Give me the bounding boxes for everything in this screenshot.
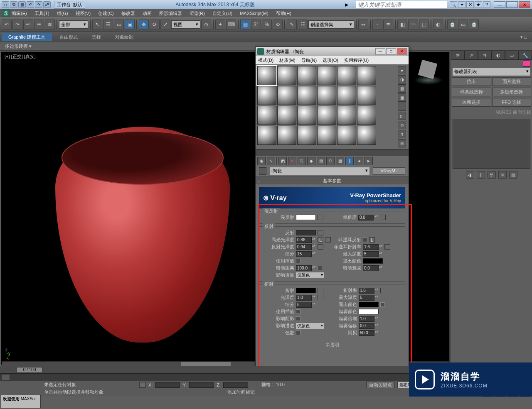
percent-snap-icon[interactable]: %	[262, 20, 272, 29]
edit-named-sel-icon[interactable]: ✎	[287, 20, 297, 29]
selection-lock-icon[interactable]	[139, 382, 146, 388]
fogbias-spinner[interactable]: 0.0	[359, 323, 374, 329]
menu-animation[interactable]: 动画	[143, 10, 152, 17]
refr-glossy-spinner[interactable]: 1.0	[296, 295, 312, 301]
sample-hscrollbar[interactable]	[256, 149, 409, 156]
put-to-scene-icon[interactable]: ↘	[267, 157, 275, 165]
sample-slot[interactable]	[297, 66, 316, 85]
modifier-button-4[interactable]: 体积选择	[452, 98, 491, 107]
mateditor-close-button[interactable]: ✕	[397, 48, 407, 55]
pivot-icon[interactable]: ⊙	[201, 20, 211, 29]
tab-selection[interactable]: 选择	[85, 33, 108, 41]
undo-icon[interactable]: ↶	[2, 20, 12, 29]
sample-slot[interactable]	[357, 126, 376, 145]
sample-slot[interactable]	[277, 66, 296, 85]
menu-create[interactable]: 创建(C)	[98, 10, 113, 17]
sample-slot[interactable]	[317, 106, 336, 125]
autokey-button[interactable]: 自动关键点	[366, 382, 395, 388]
close-button[interactable]: ✕	[519, 1, 530, 8]
sample-slot[interactable]	[337, 106, 356, 125]
mateditor-minimize-button[interactable]: —	[375, 48, 385, 55]
tab-hierarchy-icon[interactable]: ♃	[478, 51, 492, 60]
fogmult-spinner[interactable]: 1.0	[359, 316, 374, 322]
roughness-spinner[interactable]: 0.0	[358, 215, 374, 220]
sample-slot[interactable]	[337, 126, 356, 145]
roughness-map-button[interactable]	[380, 215, 386, 220]
make-unique-icon[interactable]: ◆	[307, 157, 315, 165]
pin-stack-icon[interactable]: -▮	[466, 171, 474, 179]
sample-slot[interactable]	[297, 106, 316, 125]
refr-affect-combo[interactable]: 仅颜色	[296, 323, 324, 329]
angle-snap-icon[interactable]: 3°	[251, 20, 261, 29]
hglossy-map-button[interactable]	[325, 237, 331, 242]
pick-material-icon[interactable]	[259, 167, 266, 175]
me-menu-options[interactable]: 选项(O)	[323, 57, 338, 64]
infocenter-arrow-icon[interactable]: ▶	[345, 2, 354, 7]
video-color-icon[interactable]	[398, 103, 406, 111]
graphite-icon[interactable]: ◧	[397, 20, 407, 29]
modifier-button-2[interactable]: 样条线选择	[452, 88, 491, 96]
me-menu-navigate[interactable]: 导航(N)	[301, 57, 317, 64]
modifier-button-1[interactable]: 面片选择	[492, 77, 532, 86]
app-menu-icon[interactable]: Ⓢ	[2, 10, 10, 17]
sample-slot[interactable]	[337, 86, 356, 105]
fogcolor-swatch[interactable]	[359, 309, 379, 314]
add-time-tag[interactable]: 添加时间标记	[227, 389, 255, 395]
dimdist-spinner[interactable]: 100.0	[296, 265, 312, 271]
menu-maxscript[interactable]: MAXScript(M)	[240, 11, 268, 16]
diffuse-color-swatch[interactable]	[296, 215, 316, 220]
dimdist-checkbox[interactable]	[318, 266, 322, 270]
link-icon[interactable]: ⚯	[23, 20, 33, 29]
minimize-button[interactable]: —	[494, 1, 505, 8]
tab-display-icon[interactable]: ▭	[505, 51, 519, 60]
rglossy-spinner[interactable]: 0.94	[296, 244, 312, 250]
options-icon[interactable]: ⚙	[398, 121, 406, 129]
menu-customize[interactable]: 自定义(U)	[212, 10, 232, 17]
modifier-button-5[interactable]: FFD 选择	[492, 98, 532, 107]
menu-group[interactable]: 组(G)	[57, 10, 68, 17]
sample-slot[interactable]	[357, 66, 376, 85]
workspace-selector[interactable]: 工作台: 默认	[54, 1, 85, 9]
refract-map-button[interactable]	[318, 288, 323, 293]
keyboard-shortcut-icon[interactable]: ⌨	[226, 20, 236, 29]
modifier-stack[interactable]	[453, 119, 530, 169]
sample-slot[interactable]	[257, 106, 276, 125]
qat-save-icon[interactable]: ▤	[18, 1, 26, 8]
qat-link-icon[interactable]: ☍	[43, 1, 51, 8]
material-name-combo[interactable]: t陶瓷	[270, 167, 369, 175]
coord-z-input[interactable]	[223, 382, 248, 388]
selection-filter-combo[interactable]: 全部	[59, 20, 88, 29]
reflect-color-swatch[interactable]	[296, 230, 316, 235]
fresnel-checkbox[interactable]	[363, 238, 367, 242]
redo-icon[interactable]: ↷	[12, 20, 22, 29]
qat-open-icon[interactable]: ⧉	[10, 1, 17, 8]
coord-x-input[interactable]	[155, 382, 180, 388]
favorite-icon[interactable]: ★	[475, 1, 482, 8]
show-end-result-icon[interactable]: ‖	[345, 157, 354, 165]
rendered-frame-icon[interactable]: ▭	[458, 20, 468, 29]
modifier-button-0[interactable]: 抗出	[452, 77, 491, 86]
help-icon[interactable]: ?	[483, 1, 490, 8]
ior-spinner[interactable]: 1.6	[359, 288, 374, 294]
sample-slot[interactable]	[317, 126, 336, 145]
maxscript-listener[interactable]: 欢迎使用 MAXScr	[1, 395, 41, 408]
named-sel-icon[interactable]: ☷	[298, 20, 308, 29]
menu-grapheditors[interactable]: 图形编辑器	[159, 10, 182, 17]
refr-glossy-map-button[interactable]	[318, 295, 323, 300]
fresnel-ior-spinner[interactable]: 1.6	[363, 244, 379, 250]
spinner-snap-icon[interactable]: ⟲	[273, 20, 283, 29]
rglossy-map-button[interactable]	[318, 244, 323, 250]
sample-slot[interactable]	[257, 126, 276, 145]
qat-redo-icon[interactable]: ↷	[35, 1, 42, 8]
material-editor-icon[interactable]: ◐	[433, 20, 443, 29]
sample-uv-icon[interactable]: ▦	[398, 93, 406, 102]
make-unique-icon[interactable]: ∀	[488, 171, 496, 179]
help-search-input[interactable]	[356, 1, 447, 8]
ior-map-button[interactable]	[380, 288, 386, 293]
unlink-icon[interactable]: ⚮	[34, 20, 44, 29]
put-to-library-icon[interactable]: ▤	[317, 157, 325, 165]
menu-views[interactable]: 视图(V)	[76, 10, 91, 17]
refcoord-combo[interactable]: 视图	[171, 20, 200, 29]
sample-slot[interactable]	[357, 106, 376, 125]
layers-icon[interactable]: ≣	[383, 20, 393, 29]
